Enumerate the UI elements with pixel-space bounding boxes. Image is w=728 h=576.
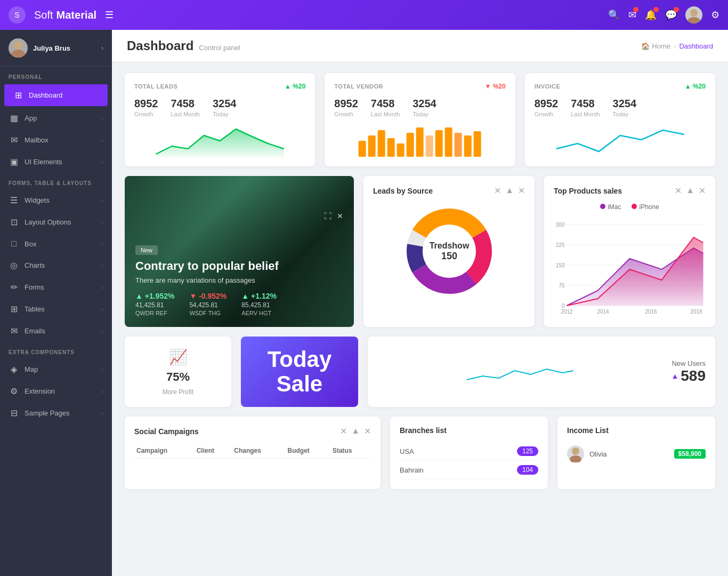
social-campaigns-card: Social Campaigns ✕ ▲ ✕ Campaign Client (125, 417, 381, 489)
sidebar-item-box[interactable]: □ Box › (0, 233, 112, 254)
settings-icon[interactable]: ⚙ (711, 9, 719, 21)
card-header: Social Campaigns ✕ ▲ ✕ (134, 426, 371, 436)
svg-rect-11 (416, 127, 424, 157)
top-nav: S SoftMaterial ☰ 🔍 ✉ 🔔 💬 ⚙ (0, 0, 728, 30)
branch-name: Bahrain (400, 466, 424, 474)
sidebar: Juliya Brus › PERSONAL ⊞ Dashboard › ▦ A… (0, 30, 112, 576)
chevron-icon: › (97, 92, 99, 99)
map-icon: ◈ (9, 364, 19, 374)
col-budget: Budget (285, 444, 330, 458)
svg-point-42 (570, 455, 581, 462)
card-title: Top Products sales (554, 187, 622, 195)
brand-name: SoftMaterial (34, 9, 96, 21)
sidebar-user[interactable]: Juliya Brus › (0, 30, 112, 67)
svg-rect-6 (368, 135, 376, 157)
new-users-card: New Users ▲ 589 (368, 337, 715, 407)
card-title: Income List (567, 426, 609, 435)
chevron-icon: › (101, 137, 103, 143)
close-icon[interactable]: ✕ (518, 186, 525, 196)
sidebar-item-label: UI Elements (25, 158, 62, 166)
sidebar-item-forms[interactable]: ✏ Forms › (0, 276, 112, 298)
campaigns-table: Campaign Client Changes Budget Status (134, 444, 371, 458)
chart-legend: iMac iPhone (554, 203, 706, 211)
expand-icon[interactable]: ▲ (505, 186, 514, 196)
nav-right: 🔍 ✉ 🔔 💬 ⚙ (608, 6, 719, 23)
svg-rect-13 (435, 130, 443, 157)
second-row: ⛶ ✕ New Contrary to popular belief There… (125, 176, 715, 327)
stat-badge: ▲ %20 (685, 83, 706, 90)
personal-section-label: PERSONAL (0, 67, 112, 83)
extension-icon: ⚙ (9, 386, 19, 396)
main-content: Dashboard Control panel 🏠 Home › Dashboa… (112, 30, 728, 576)
expand-icon[interactable]: ▲ (686, 186, 694, 196)
svg-text:2016: 2016 (645, 309, 657, 315)
search-icon[interactable]: 🔍 (608, 9, 620, 21)
hamburger-icon[interactable]: ☰ (105, 9, 114, 21)
emails-icon: ✉ (9, 326, 19, 336)
sidebar-item-emails[interactable]: ✉ Emails › (0, 320, 112, 342)
latest-content: New Contrary to popular belief There are… (135, 245, 343, 316)
chevron-icon: › (101, 410, 103, 417)
branch-usa: USA 125 (400, 442, 538, 461)
ticker-1: ▲ +1.952% 41,425.81 QWDR REF (135, 292, 174, 316)
sidebar-item-mailbox[interactable]: ✉ Mailbox › (0, 129, 112, 151)
legend-imac: iMac (600, 203, 621, 211)
card-title: INVOICE (535, 83, 561, 90)
sidebar-item-map[interactable]: ◈ Map › (0, 358, 112, 380)
page-title: Dashboard (127, 38, 193, 53)
stat-last-month: 7458 Last Month (371, 98, 400, 117)
close-icon[interactable]: ✕ (675, 186, 682, 196)
branch-bahrain: Bahrain 104 (400, 461, 538, 479)
dashboard-icon: ⊞ (13, 90, 23, 100)
tables-icon: ⊞ (9, 304, 19, 314)
refresh-icon[interactable]: ✕ (494, 186, 501, 196)
expand-icon[interactable]: ▲ (351, 426, 360, 436)
close-icon2[interactable]: ✕ (364, 426, 371, 436)
card-header: INVOICE ▲ %20 (535, 83, 706, 90)
fourth-row: Social Campaigns ✕ ▲ ✕ Campaign Client (125, 417, 715, 489)
sidebar-item-label: Extension (25, 387, 55, 395)
stat-cards-row: TOTAL LEADS ▲ %20 8952 Growth 7458 Last … (125, 73, 715, 166)
close-icon[interactable]: ✕ (340, 426, 347, 436)
sidebar-item-label: Layout Options (25, 218, 71, 226)
breadcrumb-home[interactable]: 🏠 Home (641, 42, 670, 50)
close-icon[interactable]: ✕ (337, 212, 343, 220)
latest-subtitle: There are many variations of passages (135, 276, 343, 284)
sidebar-item-widgets[interactable]: ☰ Widgets › (0, 189, 112, 211)
layout: Juliya Brus › PERSONAL ⊞ Dashboard › ▦ A… (0, 30, 728, 576)
svg-rect-9 (397, 143, 405, 157)
branches-card: Branches list USA 125 Bahrain 104 (390, 417, 548, 489)
svg-rect-7 (378, 130, 385, 157)
stat-nums: 8952 Growth 7458 Last Month 3254 Today (535, 98, 706, 117)
ticker-3: ▲ +1.12% 85,425.81 AERV HGT (241, 292, 277, 316)
card-header: Branches list (400, 426, 538, 435)
app-icon: ▦ (9, 113, 19, 123)
card-controls: ⛶ ✕ (135, 212, 343, 220)
breadcrumb-separator: › (674, 42, 676, 50)
stat-today: 3254 Today (412, 98, 436, 117)
bell-icon[interactable]: 🔔 (645, 9, 657, 21)
user-avatar[interactable] (685, 6, 702, 23)
sidebar-item-tables[interactable]: ⊞ Tables › (0, 298, 112, 320)
chevron-icon: › (101, 219, 103, 226)
sidebar-item-dashboard[interactable]: ⊞ Dashboard › (4, 84, 108, 106)
expand-icon[interactable]: ⛶ (324, 212, 331, 220)
sidebar-item-sample-pages[interactable]: ⊟ Sample Pages › (0, 402, 112, 424)
svg-text:2018: 2018 (690, 309, 702, 315)
card-header: TOTAL VENDOR ▼ %20 (334, 83, 505, 90)
nav-left: S SoftMaterial ☰ (9, 6, 114, 23)
svg-point-3 (11, 50, 25, 58)
sidebar-item-ui-elements[interactable]: ▣ UI Elements › (0, 151, 112, 173)
sidebar-user-avatar (9, 38, 28, 58)
card-controls: ✕ ▲ ✕ (675, 186, 706, 196)
sidebar-item-extension[interactable]: ⚙ Extension › (0, 380, 112, 402)
stat-nums: 8952 Growth 7458 Last Month 3254 Today (134, 98, 305, 117)
sidebar-item-charts[interactable]: ◎ Charts › (0, 254, 112, 276)
close-icon2[interactable]: ✕ (699, 186, 706, 196)
sidebar-item-layout[interactable]: ⊡ Layout Options › (0, 211, 112, 233)
sidebar-item-app[interactable]: ▦ App › (0, 107, 112, 129)
chat-icon[interactable]: 💬 (665, 9, 677, 21)
stat-last-month: 7458 Last Month (171, 98, 200, 117)
total-vendor-card: TOTAL VENDOR ▼ %20 8952 Growth 7458 Last… (325, 73, 515, 166)
mail-icon[interactable]: ✉ (628, 9, 636, 21)
